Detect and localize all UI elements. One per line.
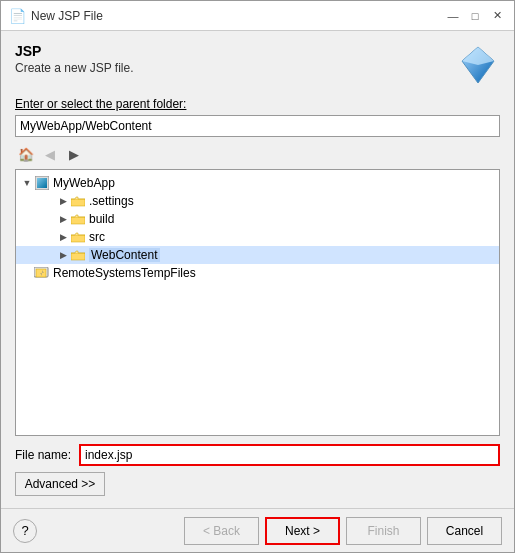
- expand-icon: ▼: [20, 178, 34, 188]
- filename-label: File name:: [15, 448, 71, 462]
- expand-icon: ▶: [56, 232, 70, 242]
- bottom-controls: File name: Advanced >>: [15, 444, 500, 496]
- section-description: Create a new JSP file.: [15, 61, 456, 75]
- tree-item[interactable]: ▼ MyWebApp: [16, 174, 499, 192]
- tree-item-label: RemoteSystemsTempFiles: [53, 266, 196, 280]
- section-title: JSP: [15, 43, 456, 59]
- project-icon: [34, 175, 50, 191]
- dialog-footer: ? < Back Next > Finish Cancel: [1, 508, 514, 552]
- wizard-icon: [456, 43, 500, 87]
- finish-button[interactable]: Finish: [346, 517, 421, 545]
- folder-label: Enter or select the parent folder:: [15, 97, 500, 111]
- expand-icon: ▶: [56, 214, 70, 224]
- header-text: JSP Create a new JSP file.: [15, 43, 456, 85]
- next-button[interactable]: Next >: [265, 517, 340, 545]
- folder-icon: [70, 229, 86, 245]
- close-button[interactable]: ✕: [488, 7, 506, 25]
- cancel-button[interactable]: Cancel: [427, 517, 502, 545]
- back-button[interactable]: < Back: [184, 517, 259, 545]
- home-button[interactable]: 🏠: [15, 143, 37, 165]
- expand-icon: ▶: [56, 196, 70, 206]
- tree-item[interactable]: RemoteSystemsTempFiles: [16, 264, 499, 282]
- filename-row: File name:: [15, 444, 500, 466]
- tree-item[interactable]: ▶ .settings: [16, 192, 499, 210]
- tree-item-label: build: [89, 212, 114, 226]
- titlebar: 📄 New JSP File — □ ✕: [1, 1, 514, 31]
- new-jsp-file-dialog: 📄 New JSP File — □ ✕ JSP Create a new JS…: [0, 0, 515, 553]
- tree-item-label: .settings: [89, 194, 134, 208]
- folder-icon: [70, 211, 86, 227]
- filename-input[interactable]: [79, 444, 500, 466]
- tree-item-label: MyWebApp: [53, 176, 115, 190]
- tree-item-webcontent[interactable]: ▶ WebContent: [16, 246, 499, 264]
- folder-icon: [70, 193, 86, 209]
- help-button[interactable]: ?: [13, 519, 37, 543]
- dialog-content: JSP Create a new JSP file. Enter or sele…: [1, 31, 514, 508]
- expand-icon: ▶: [56, 250, 70, 260]
- folder-input[interactable]: [15, 115, 500, 137]
- advanced-button[interactable]: Advanced >>: [15, 472, 105, 496]
- header-section: JSP Create a new JSP file.: [15, 43, 500, 87]
- minimize-button[interactable]: —: [444, 7, 462, 25]
- maximize-button[interactable]: □: [466, 7, 484, 25]
- remote-icon: [34, 265, 50, 281]
- tree-item-label: WebContent: [89, 248, 160, 262]
- tree-item[interactable]: ▶ build: [16, 210, 499, 228]
- footer-buttons: < Back Next > Finish Cancel: [184, 517, 502, 545]
- svg-rect-3: [37, 178, 47, 188]
- window-title: New JSP File: [31, 9, 444, 23]
- folder-tree[interactable]: ▼ MyWebApp: [15, 169, 500, 436]
- window-icon: 📄: [9, 8, 25, 24]
- back-nav-button[interactable]: ◀: [39, 143, 61, 165]
- footer-left: ?: [13, 519, 43, 543]
- folder-icon: [70, 247, 86, 263]
- tree-item-label: src: [89, 230, 105, 244]
- tree-toolbar: 🏠 ◀ ▶: [15, 143, 500, 165]
- forward-nav-button[interactable]: ▶: [63, 143, 85, 165]
- window-controls: — □ ✕: [444, 7, 506, 25]
- tree-item[interactable]: ▶ src: [16, 228, 499, 246]
